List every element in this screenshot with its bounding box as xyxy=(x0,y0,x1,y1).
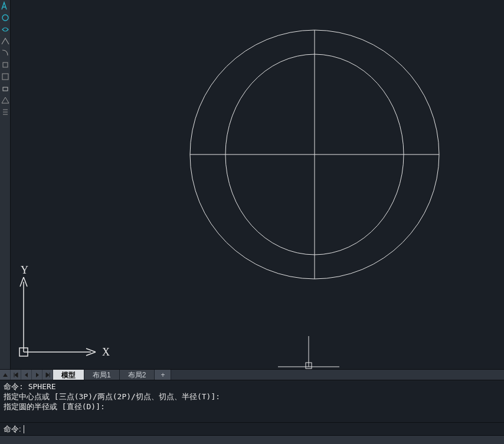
tool-icon-1[interactable] xyxy=(1,1,10,11)
tab-layout1[interactable]: 布局1 xyxy=(84,370,120,380)
svg-rect-2 xyxy=(2,74,8,80)
ucs-x-label: X xyxy=(102,346,110,358)
tab-nav xyxy=(0,370,53,380)
tool-palette xyxy=(0,0,11,369)
drawing-canvas[interactable]: X Y xyxy=(11,0,504,369)
tool-icon-5[interactable] xyxy=(1,48,10,58)
layout-tabbar: 模型 布局1 布局2 + xyxy=(0,369,504,380)
history-line-1: 命令: SPHERE xyxy=(4,382,56,391)
tool-icon-3[interactable] xyxy=(1,25,10,34)
ucs-y-label: Y xyxy=(21,264,28,276)
last-tab-button[interactable] xyxy=(42,370,53,380)
svg-point-0 xyxy=(2,15,8,21)
status-bar xyxy=(0,435,504,444)
history-line-2: 指定中心点或 [三点(3P)/两点(2P)/切点、切点、半径(T)]: xyxy=(4,392,220,401)
tool-icon-9[interactable] xyxy=(1,96,10,105)
tab-add[interactable]: + xyxy=(155,370,171,380)
command-prompt-label: 命令: xyxy=(4,424,21,435)
text-cursor xyxy=(24,425,24,433)
tab-model[interactable]: 模型 xyxy=(53,370,84,380)
tool-icon-2[interactable] xyxy=(1,13,10,22)
command-history: 命令: SPHERE 指定中心点或 [三点(3P)/两点(2P)/切点、切点、半… xyxy=(0,380,504,416)
tool-icon-10[interactable] xyxy=(1,107,10,117)
prev-tab-button[interactable] xyxy=(21,370,32,380)
next-tab-button[interactable] xyxy=(32,370,42,380)
svg-rect-1 xyxy=(3,63,8,67)
tool-icon-8[interactable] xyxy=(1,84,10,93)
tool-icon-6[interactable] xyxy=(1,60,10,70)
tab-layout2[interactable]: 布局2 xyxy=(120,370,155,380)
scroll-up-button[interactable] xyxy=(0,370,11,380)
app-root: X Y 模型 布局1 布局2 + 命令: SPHERE 指定中心点或 xyxy=(0,0,504,444)
tool-icon-7[interactable] xyxy=(1,72,10,81)
svg-rect-3 xyxy=(3,87,8,91)
command-input-row[interactable]: 命令: xyxy=(0,422,504,435)
first-tab-button[interactable] xyxy=(11,370,21,380)
tool-icon-4[interactable] xyxy=(1,37,10,46)
history-line-3: 指定圆的半径或 [直径(D)]: xyxy=(4,402,105,411)
